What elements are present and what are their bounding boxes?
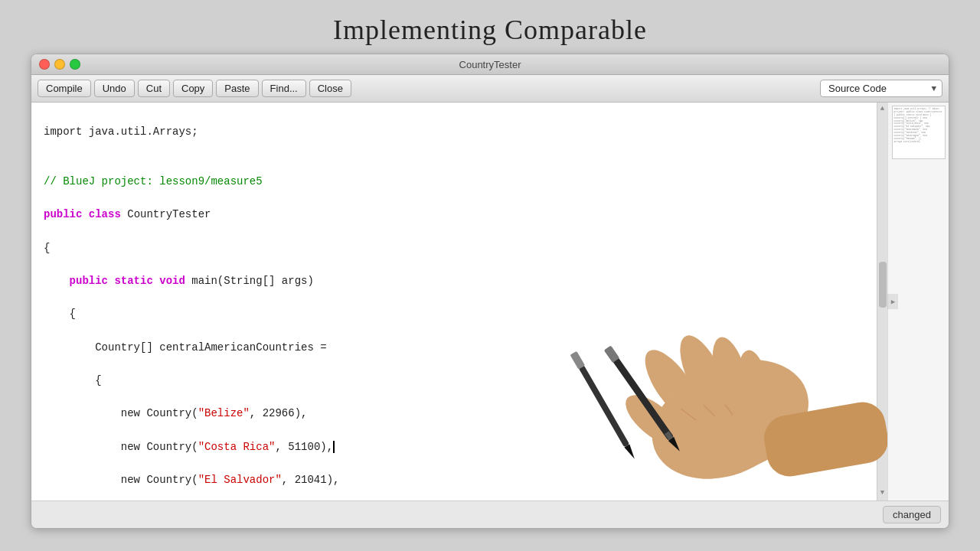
scroll-down-arrow[interactable]: ▼ (880, 487, 884, 499)
traffic-lights (39, 59, 80, 70)
compile-button[interactable]: Compile (38, 80, 91, 97)
scroll-up-arrow[interactable]: ▲ (880, 103, 884, 115)
editor-area: import java.util.Arrays; // BlueJ projec… (31, 103, 949, 500)
code-editor[interactable]: import java.util.Arrays; // BlueJ projec… (31, 103, 877, 500)
scrollbar[interactable]: ▲ ▼ ▶ (877, 103, 887, 500)
window: CountryTester Compile Undo Cut Copy Past… (31, 54, 949, 529)
changed-badge: changed (883, 506, 941, 523)
scroll-right-arrow[interactable]: ▶ (891, 298, 895, 306)
undo-button[interactable]: Undo (94, 80, 135, 97)
maximize-button[interactable] (70, 59, 80, 70)
paste-button[interactable]: Paste (216, 80, 258, 97)
copy-button[interactable]: Copy (173, 80, 213, 97)
cut-button[interactable]: Cut (138, 80, 170, 97)
minimap-inner: import java.util.Arrays; // BlueJ projec… (892, 106, 946, 159)
dropdown-wrapper: Source Code Interface Documentation ▼ (820, 80, 942, 97)
close-button[interactable] (39, 59, 50, 70)
close-file-button[interactable]: Close (309, 80, 351, 97)
page-title: Implementing Comparable (0, 0, 980, 54)
toolbar: Compile Undo Cut Copy Paste Find... Clos… (31, 75, 949, 103)
source-code-dropdown[interactable]: Source Code Interface Documentation (820, 80, 942, 97)
scrollbar-thumb[interactable] (879, 262, 887, 308)
titlebar: CountryTester (31, 54, 949, 75)
window-title: CountryTester (459, 59, 521, 70)
find-button[interactable]: Find... (262, 80, 306, 97)
status-bar: changed (31, 500, 949, 528)
minimize-button[interactable] (54, 59, 65, 70)
